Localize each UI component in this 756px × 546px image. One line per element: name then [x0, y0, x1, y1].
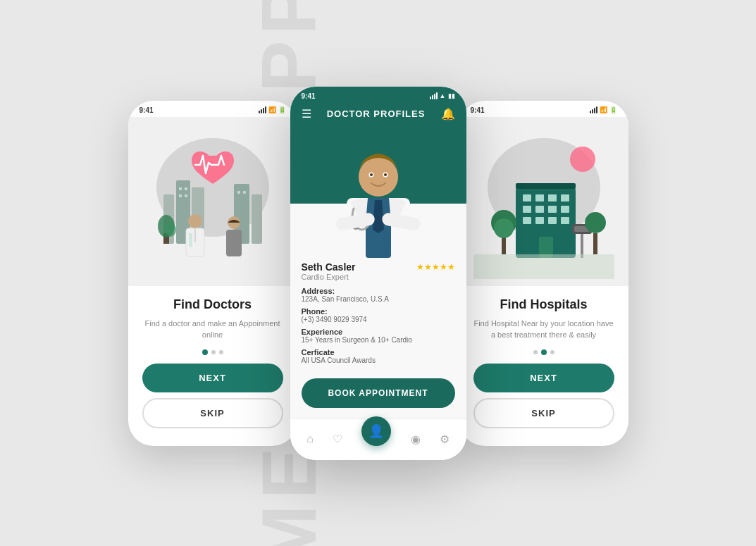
svg-rect-13 [189, 233, 192, 247]
status-time-left: 9:41 [140, 106, 154, 114]
dots-indicator-right [533, 349, 554, 355]
svg-point-11 [188, 214, 202, 228]
nav-settings[interactable]: ⚙ [440, 433, 450, 447]
svg-rect-45 [548, 217, 557, 224]
address-value: 123A, San Francisco, U.S.A [302, 295, 455, 303]
svg-point-33 [570, 147, 595, 172]
svg-rect-7 [179, 194, 182, 197]
next-button-left[interactable]: NEXT [142, 364, 283, 392]
nav-home[interactable]: ⌂ [306, 433, 314, 446]
menu-icon[interactable]: ☰ [302, 107, 311, 120]
svg-rect-43 [523, 217, 531, 224]
svg-rect-57 [473, 254, 614, 279]
user-nav-icon: ◉ [411, 433, 421, 446]
battery-icon-left: 🔋 [278, 106, 286, 113]
svg-point-56 [585, 212, 606, 233]
status-time-right: 9:41 [471, 106, 485, 114]
doctor-stars: ★★★★★ [416, 262, 455, 272]
doctor-name-row: Seth Casler ★★★★★ [302, 261, 455, 273]
svg-rect-4 [252, 194, 262, 244]
dot-1 [202, 349, 208, 355]
experience-value: 15+ Years in Surgeon & 10+ Cardio [302, 336, 455, 344]
doctors-illustration [142, 124, 283, 279]
wifi-icon-middle: ▲ [440, 92, 446, 99]
skip-button-left[interactable]: SKIP [142, 398, 283, 428]
home-nav-icon: ⌂ [306, 433, 314, 445]
screens-container: 9:41 📶 🔋 [128, 87, 628, 460]
status-bar-right: 9:41 📶 🔋 [459, 101, 628, 117]
svg-rect-55 [593, 233, 597, 254]
phone-value: (+3) 3490 9029 3974 [302, 316, 455, 323]
nav-center-profile-button[interactable]: 👤 [361, 416, 391, 446]
find-hospitals-title: Find Hospitals [500, 297, 587, 312]
doctor-avatar-illustration [329, 138, 428, 258]
heart-nav-icon: ♡ [333, 433, 342, 446]
dot-r1 [533, 350, 538, 354]
hero-illustration-right [459, 117, 628, 286]
status-icons-left: 📶 🔋 [259, 106, 286, 113]
doctor-hero-area [290, 128, 466, 254]
doctor-profile-info: Seth Casler ★★★★★ Cardio Expert Address:… [290, 254, 466, 418]
svg-rect-10 [243, 191, 246, 194]
status-bar-left: 9:41 📶 🔋 [128, 101, 297, 117]
signal-icon-middle [430, 92, 438, 99]
bell-icon[interactable]: 🔔 [441, 107, 455, 120]
find-doctors-content: Find Doctors Find a doctor and make an A… [128, 286, 297, 442]
dot-r2 [541, 349, 547, 355]
svg-rect-40 [535, 206, 544, 213]
svg-point-54 [494, 218, 514, 238]
phone-find-hospitals: 9:41 📶 🔋 [459, 101, 628, 446]
svg-point-19 [165, 223, 176, 237]
find-doctors-title: Find Doctors [173, 297, 252, 312]
svg-rect-16 [226, 230, 242, 256]
certificate-value: All USA Council Awards [302, 356, 455, 364]
experience-section: Experience 15+ Years in Surgeon & 10+ Ca… [302, 328, 455, 344]
profile-nav-icon: 👤 [368, 423, 384, 439]
dots-indicator-left [202, 349, 223, 355]
book-appointment-button[interactable]: BOOK APPOINTMENT [302, 378, 455, 408]
battery-icon-middle: ▮▮ [448, 92, 455, 99]
battery-icon-right: 🔋 [609, 106, 617, 113]
phone-label: Phone: [302, 307, 455, 316]
address-label: Address: [302, 287, 455, 295]
hospital-illustration [473, 124, 614, 279]
certificate-label: Cerficate [302, 348, 455, 356]
svg-rect-9 [237, 191, 240, 194]
signal-icon-right [590, 106, 597, 113]
phone-section: Phone: (+3) 3490 9029 3974 [302, 307, 455, 323]
signal-icon-left [259, 106, 266, 113]
hero-illustration-left [128, 117, 297, 286]
next-button-right[interactable]: NEXT [473, 364, 614, 392]
skip-button-right[interactable]: SKIP [473, 398, 614, 428]
doctor-info-section: Seth Casler ★★★★★ Cardio Expert Address:… [290, 254, 466, 373]
svg-rect-46 [561, 217, 569, 224]
dot-r3 [550, 350, 554, 354]
svg-rect-42 [561, 206, 569, 213]
status-time-middle: 9:41 [302, 92, 316, 100]
find-doctors-subtitle: Find a doctor and make an Appoinment onl… [142, 318, 283, 341]
doctor-profiles-header: ☰ DOCTOR PROFILES 🔔 [290, 103, 466, 128]
doctor-name: Seth Casler [302, 261, 356, 273]
find-hospitals-content: Find Hospitals Find Hospital Near by you… [459, 286, 628, 442]
svg-rect-48 [516, 183, 576, 189]
settings-nav-icon: ⚙ [440, 433, 450, 446]
svg-rect-39 [523, 206, 531, 213]
phone-find-doctors: 9:41 📶 🔋 [128, 101, 297, 446]
status-bar-middle: 9:41 ▲ ▮▮ [290, 87, 466, 103]
wifi-icon-right: 📶 [600, 106, 607, 113]
nav-user[interactable]: ◉ [411, 433, 421, 447]
address-section: Address: 123A, San Francisco, U.S.A [302, 287, 455, 303]
svg-point-28 [370, 173, 373, 176]
status-icons-middle: ▲ ▮▮ [430, 92, 455, 99]
svg-rect-37 [548, 194, 557, 201]
certificate-section: Cerficate All USA Council Awards [302, 348, 455, 364]
phone-doctor-profiles: 9:41 ▲ ▮▮ ☰ DOCTOR PROFILES 🔔 [290, 87, 466, 460]
svg-point-29 [384, 173, 387, 176]
svg-rect-6 [185, 187, 187, 190]
dot-2 [211, 350, 216, 354]
svg-point-25 [359, 157, 398, 197]
dot-3 [219, 350, 223, 354]
header-title: DOCTOR PROFILES [327, 108, 426, 119]
svg-rect-36 [535, 194, 544, 201]
nav-favorites[interactable]: ♡ [333, 433, 342, 447]
